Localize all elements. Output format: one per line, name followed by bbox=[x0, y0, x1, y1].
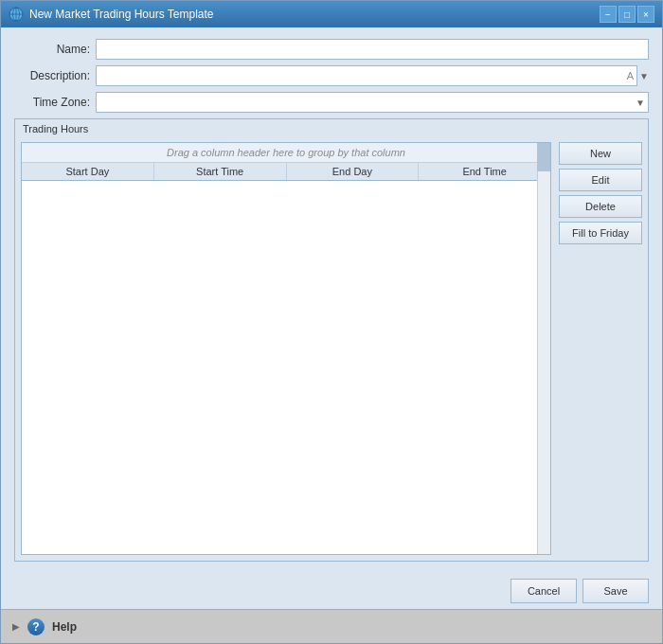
help-bar: ▶ ? Help bbox=[1, 609, 662, 643]
timezone-row: Time Zone: ▼ bbox=[14, 92, 649, 113]
panel-content: Drag a column header here to group by th… bbox=[15, 138, 648, 561]
main-window: New Market Trading Hours Template − □ × … bbox=[0, 0, 663, 644]
edit-button[interactable]: Edit bbox=[559, 169, 642, 191]
table-header: Start Day Start Time End Day End Time bbox=[22, 163, 550, 181]
delete-button[interactable]: Delete bbox=[559, 195, 642, 218]
timezone-select-wrapper: ▼ bbox=[96, 92, 649, 113]
timezone-select[interactable] bbox=[96, 92, 649, 113]
title-bar: New Market Trading Hours Template − □ × bbox=[1, 1, 662, 27]
trading-hours-panel: Trading Hours Drag a column header here … bbox=[14, 118, 649, 562]
vertical-scrollbar[interactable] bbox=[537, 143, 550, 554]
trading-hours-title: Trading Hours bbox=[15, 119, 648, 138]
help-icon[interactable]: ? bbox=[27, 618, 45, 635]
window-icon bbox=[9, 7, 24, 22]
timezone-label: Time Zone: bbox=[14, 96, 90, 109]
action-button-panel: New Edit Delete Fill to Friday bbox=[551, 142, 642, 555]
footer-buttons: Cancel Save bbox=[1, 573, 662, 609]
col-end-day: End Day bbox=[287, 163, 420, 180]
col-end-time: End Time bbox=[419, 163, 550, 180]
restore-button[interactable]: □ bbox=[618, 6, 636, 23]
minimize-button[interactable]: − bbox=[600, 6, 617, 23]
name-label: Name: bbox=[14, 43, 90, 56]
col-start-day: Start Day bbox=[22, 163, 154, 180]
main-content: Name: Description: A ▼ Time Zone: ▼ Tra bbox=[1, 27, 662, 573]
description-wrapper: A bbox=[96, 65, 637, 86]
close-button[interactable]: × bbox=[637, 6, 654, 23]
trading-hours-table: Drag a column header here to group by th… bbox=[21, 142, 551, 555]
new-button[interactable]: New bbox=[559, 142, 642, 165]
name-row: Name: bbox=[14, 39, 649, 60]
save-button[interactable]: Save bbox=[582, 579, 649, 603]
col-start-time: Start Time bbox=[154, 163, 287, 180]
help-collapse-arrow[interactable]: ▶ bbox=[12, 621, 20, 632]
window-title: New Market Trading Hours Template bbox=[29, 8, 594, 21]
help-label: Help bbox=[52, 620, 77, 634]
description-input[interactable] bbox=[96, 65, 637, 86]
table-body[interactable] bbox=[22, 181, 550, 554]
name-input[interactable] bbox=[96, 39, 649, 60]
fill-to-friday-button[interactable]: Fill to Friday bbox=[559, 222, 642, 244]
description-dropdown-arrow[interactable]: ▼ bbox=[639, 71, 649, 81]
scrollbar-thumb bbox=[537, 143, 550, 171]
drag-hint: Drag a column header here to group by th… bbox=[22, 143, 550, 163]
window-controls: − □ × bbox=[600, 6, 654, 23]
description-row: Description: A ▼ bbox=[14, 65, 649, 86]
cancel-button[interactable]: Cancel bbox=[511, 579, 577, 603]
description-label: Description: bbox=[14, 69, 90, 82]
